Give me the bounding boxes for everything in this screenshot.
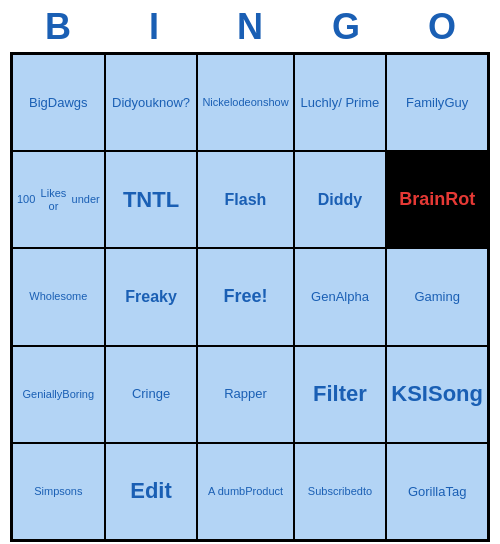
bingo-cell-5[interactable]: 100Likes orunder (12, 151, 105, 248)
bingo-cell-6[interactable]: TNTL (105, 151, 198, 248)
cell-text-4-1: Guy (444, 95, 468, 111)
letter-b: B (14, 6, 102, 48)
cell-text-12-0: Free! (223, 286, 267, 308)
cell-text-19-0: KSI (391, 381, 428, 407)
cell-text-15-1: Boring (62, 388, 94, 401)
cell-text-10-0: Wholesome (29, 290, 87, 303)
bingo-cell-1[interactable]: Didyouknow? (105, 54, 198, 151)
bingo-cell-14[interactable]: Gaming (386, 248, 488, 345)
letter-n: N (206, 6, 294, 48)
cell-text-20-0: Simpsons (34, 485, 82, 498)
bingo-cell-20[interactable]: Simpsons (12, 443, 105, 540)
cell-text-24-1: Tag (445, 484, 466, 500)
bingo-cell-17[interactable]: Rapper (197, 346, 293, 443)
bingo-cell-10[interactable]: Wholesome (12, 248, 105, 345)
letter-i: I (110, 6, 198, 48)
cell-text-8-0: Diddy (318, 190, 362, 209)
cell-text-17-0: Rapper (224, 386, 267, 402)
cell-text-0-0: Big (29, 95, 48, 111)
bingo-cell-21[interactable]: Edit (105, 443, 198, 540)
cell-text-11-0: Freaky (125, 287, 177, 306)
cell-text-13-1: Alpha (336, 289, 369, 305)
bingo-cell-0[interactable]: BigDawgs (12, 54, 105, 151)
letter-g: G (302, 6, 390, 48)
bingo-header: B I N G O (10, 0, 490, 52)
bingo-cell-13[interactable]: GenAlpha (294, 248, 387, 345)
cell-text-15-0: Genially (23, 388, 63, 401)
bingo-cell-2[interactable]: Nickelodeonshow (197, 54, 293, 151)
bingo-cell-8[interactable]: Diddy (294, 151, 387, 248)
bingo-cell-9[interactable]: BrainRot (386, 151, 488, 248)
cell-text-18-0: Filter (313, 381, 367, 407)
cell-text-13-0: Gen (311, 289, 336, 305)
cell-text-1-0: Did (112, 95, 132, 111)
cell-text-22-0: A dumb (208, 485, 245, 498)
cell-text-3-0: Luchly (301, 95, 339, 111)
cell-text-19-1: Song (428, 381, 483, 407)
cell-text-16-0: Cringe (132, 386, 170, 402)
bingo-grid: BigDawgsDidyouknow?NickelodeonshowLuchly… (10, 52, 490, 542)
bingo-cell-7[interactable]: Flash (197, 151, 293, 248)
cell-text-5-2: under (72, 193, 100, 206)
cell-text-9-1: Rot (445, 189, 475, 211)
cell-text-21-0: Edit (130, 478, 172, 504)
bingo-cell-15[interactable]: GeniallyBoring (12, 346, 105, 443)
cell-text-5-1: Likes or (35, 187, 71, 213)
cell-text-23-1: to (363, 485, 372, 498)
cell-text-7-0: Flash (225, 190, 267, 209)
bingo-cell-11[interactable]: Freaky (105, 248, 198, 345)
bingo-cell-23[interactable]: Subscribedto (294, 443, 387, 540)
cell-text-5-0: 100 (17, 193, 35, 206)
cell-text-1-1: you (132, 95, 153, 111)
cell-text-14-0: Gaming (414, 289, 460, 305)
bingo-cell-24[interactable]: GorillaTag (386, 443, 488, 540)
bingo-cell-19[interactable]: KSISong (386, 346, 488, 443)
bingo-cell-18[interactable]: Filter (294, 346, 387, 443)
cell-text-22-1: Product (245, 485, 283, 498)
cell-text-24-0: Gorilla (408, 484, 446, 500)
cell-text-1-2: know? (152, 95, 190, 111)
bingo-cell-4[interactable]: FamilyGuy (386, 54, 488, 151)
cell-text-23-0: Subscribed (308, 485, 363, 498)
cell-text-2-1: show (263, 96, 289, 109)
bingo-cell-22[interactable]: A dumbProduct (197, 443, 293, 540)
bingo-cell-3[interactable]: Luchly/ Prime (294, 54, 387, 151)
bingo-cell-12[interactable]: Free! (197, 248, 293, 345)
cell-text-9-0: Brain (399, 189, 445, 211)
cell-text-3-1: / Prime (338, 95, 379, 111)
cell-text-2-0: Nickelodeon (202, 96, 263, 109)
cell-text-6-0: TNTL (123, 187, 179, 213)
cell-text-4-0: Family (406, 95, 444, 111)
letter-o: O (398, 6, 486, 48)
cell-text-0-1: Dawgs (48, 95, 88, 111)
bingo-cell-16[interactable]: Cringe (105, 346, 198, 443)
